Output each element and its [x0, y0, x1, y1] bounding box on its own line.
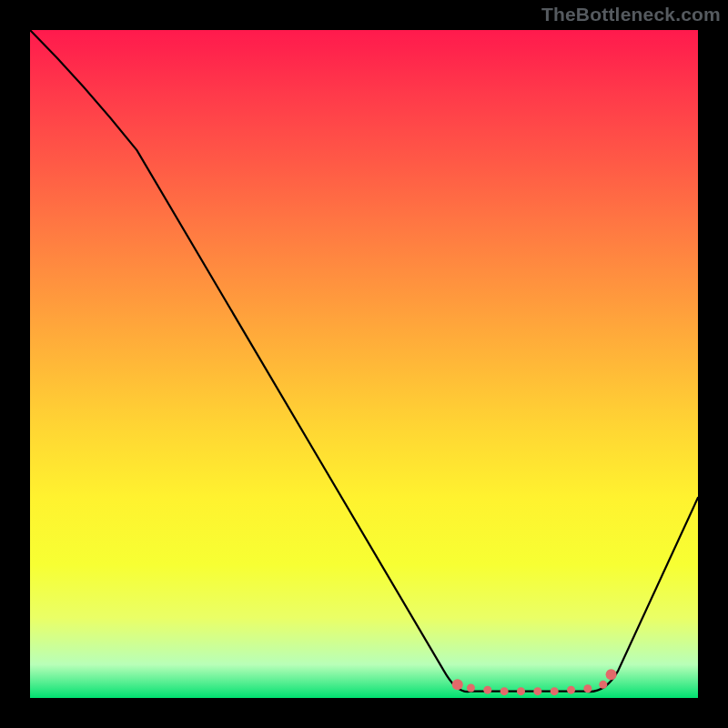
marker-dot [452, 679, 463, 690]
marker-dot [583, 684, 592, 693]
marker-dot [606, 669, 617, 680]
marker-dot [551, 687, 559, 695]
marker-dot [517, 687, 525, 695]
marker-dot [500, 687, 509, 695]
marker-dot [483, 686, 491, 694]
watermark-text: TheBottleneck.com [541, 4, 721, 25]
marker-dot [567, 686, 575, 694]
main-curve [30, 30, 698, 692]
marker-dot [533, 687, 541, 695]
marker-dot [467, 683, 475, 692]
curve-layer [30, 30, 698, 692]
chart-svg [30, 30, 698, 698]
plot-area [30, 30, 698, 698]
marker-dot [599, 681, 607, 689]
chart-frame: TheBottleneck.com [0, 0, 728, 728]
